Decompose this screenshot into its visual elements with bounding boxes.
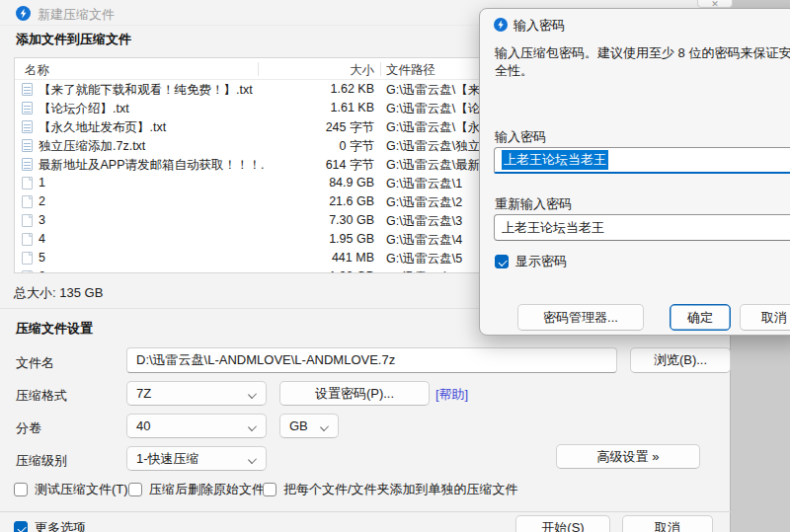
start-button-label: 开始(S) [541, 519, 584, 532]
password-manager-button[interactable]: 密码管理器... [517, 304, 644, 331]
set-password-button-label: 设置密码(P)... [315, 385, 394, 403]
text-file-icon [22, 83, 33, 96]
chevron-down-icon [249, 390, 257, 398]
dialog-cancel-label: 取消 [761, 309, 787, 327]
checkbox-checked-icon[interactable] [14, 521, 28, 532]
file-size: 0 字节 [268, 138, 374, 155]
volume-select[interactable]: 40 [126, 414, 267, 438]
checkbox-icon[interactable] [14, 483, 28, 496]
ok-button[interactable]: 确定 [670, 304, 731, 331]
file-name: 3 [39, 213, 264, 227]
column-separator [258, 62, 259, 76]
ok-button-label: 确定 [687, 309, 713, 327]
browse-button[interactable]: 浏览(B)... [630, 347, 731, 373]
footer-divider [0, 511, 731, 512]
text-file-icon [22, 120, 33, 133]
file-icon [22, 252, 33, 265]
file-name: 【永久地址发布页】.txt [39, 119, 264, 136]
file-size: 7.30 GB [268, 213, 374, 227]
cancel-button-label: 取消 [655, 519, 680, 532]
close-button-partial[interactable]: ✕ [697, 0, 733, 8]
checkbox-separate-label: 把每个文件/文件夹添加到单独的压缩文件 [283, 481, 518, 498]
format-select[interactable]: 7Z [126, 381, 267, 406]
set-password-button[interactable]: 设置密码(P)... [279, 381, 430, 406]
file-size: 1.62 KB [268, 82, 374, 96]
help-link[interactable]: [帮助] [435, 386, 468, 404]
checkbox-test-label: 测试压缩文件(T) [35, 481, 128, 498]
text-file-icon [22, 158, 33, 171]
confirm-password-text: 上老王论坛当老王 [502, 219, 604, 237]
filename-input[interactable]: D:\迅雷云盘\L-ANDMLOVE\L-ANDMLOVE.7z [126, 347, 617, 373]
file-name: 【来了就能下载和观看！纯免费！】.txt [39, 82, 264, 99]
file-size: 84.9 GB [268, 176, 374, 190]
format-label: 压缩格式 [16, 387, 67, 405]
file-icon [22, 270, 33, 273]
show-password-label: 显示密码 [515, 253, 567, 270]
enter-password-dialog: 输入密码 输入压缩包密码。建议使用至少 8 位的密码来保证安全性。 输入密码 上… [479, 8, 790, 336]
chevron-down-icon [249, 455, 257, 463]
dialog-description: 输入压缩包密码。建议使用至少 8 位的密码来保证安全性。 [495, 44, 790, 80]
column-separator [380, 62, 381, 76]
checkbox-delete-originals[interactable]: 压缩后删除原始文件 [128, 481, 265, 498]
chevron-down-icon [249, 422, 257, 430]
file-icon [22, 195, 33, 208]
file-icon [22, 177, 33, 190]
advanced-settings-label: 高级设置 » [597, 448, 660, 466]
file-name: 2 [39, 194, 264, 208]
file-name: 独立压缩添加.7z.txt [39, 138, 264, 155]
confirm-password-label: 重新输入密码 [495, 195, 572, 213]
file-name: 6 [39, 269, 264, 273]
checkbox-test-archive[interactable]: 测试压缩文件(T) [14, 481, 128, 498]
file-name: 【论坛介绍】.txt [39, 101, 264, 117]
volume-unit-select[interactable]: GB [279, 414, 339, 438]
total-size-label: 总大小: 135 GB [14, 284, 103, 302]
volume-value: 40 [136, 418, 150, 433]
confirm-password-input[interactable]: 上老王论坛当老王 [494, 214, 790, 241]
start-button[interactable]: 开始(S) [515, 515, 610, 532]
file-size: 21.6 GB [268, 194, 374, 208]
show-password-toggle[interactable]: 显示密码 [495, 253, 567, 270]
checkbox-separate-archives[interactable]: 把每个文件/文件夹添加到单独的压缩文件 [263, 481, 518, 498]
checkbox-checked-icon[interactable] [495, 255, 509, 268]
text-file-icon [22, 102, 33, 114]
password-label: 输入密码 [495, 128, 546, 146]
column-name[interactable]: 名称 [25, 62, 49, 79]
volume-label: 分卷 [16, 419, 41, 437]
password-input[interactable]: 上老王论坛当老王 [494, 147, 790, 174]
file-name: 4 [39, 232, 264, 246]
file-size: 614 字节 [268, 157, 374, 174]
filename-label: 文件名 [16, 354, 54, 372]
text-file-icon [22, 139, 33, 152]
app-icon [16, 6, 31, 21]
password-manager-label: 密码管理器... [543, 309, 618, 327]
format-value: 7Z [136, 386, 151, 401]
app-icon [494, 18, 508, 32]
checkbox-delete-label: 压缩后删除原始文件 [149, 481, 265, 498]
file-name: 最新地址及APP请发邮箱自动获取！！！.txt [39, 157, 264, 174]
file-icon [22, 233, 33, 246]
more-options-toggle[interactable]: 更多选项 [14, 519, 86, 532]
checkbox-icon[interactable] [128, 483, 142, 496]
file-name: 5 [39, 251, 264, 265]
more-options-label: 更多选项 [35, 519, 86, 532]
filename-value: D:\迅雷云盘\L-ANDMLOVE\L-ANDMLOVE.7z [136, 351, 395, 369]
level-select[interactable]: 1-快速压缩 [126, 446, 267, 471]
column-size[interactable]: 大小 [268, 62, 374, 79]
dialog-cancel-button[interactable]: 取消 [740, 304, 790, 331]
chevron-down-icon [321, 422, 329, 430]
file-size: 1.02 GB [268, 269, 374, 273]
file-size: 1.61 KB [268, 101, 374, 114]
file-name: 1 [39, 176, 264, 190]
advanced-settings-button[interactable]: 高级设置 » [556, 444, 700, 469]
volume-unit-value: GB [289, 418, 308, 433]
section-add-files: 添加文件到压缩文件 [16, 31, 131, 48]
level-label: 压缩级别 [16, 452, 67, 470]
cancel-button[interactable]: 取消 [622, 515, 713, 532]
dialog-title: 输入密码 [514, 17, 565, 35]
checkbox-icon[interactable] [263, 483, 276, 496]
column-path[interactable]: 文件路径 [386, 62, 435, 79]
section-archive-settings: 压缩文件设置 [16, 320, 93, 338]
file-size: 245 字节 [268, 119, 374, 136]
file-size: 1.95 GB [268, 232, 374, 246]
window-title: 新建压缩文件 [38, 6, 115, 24]
